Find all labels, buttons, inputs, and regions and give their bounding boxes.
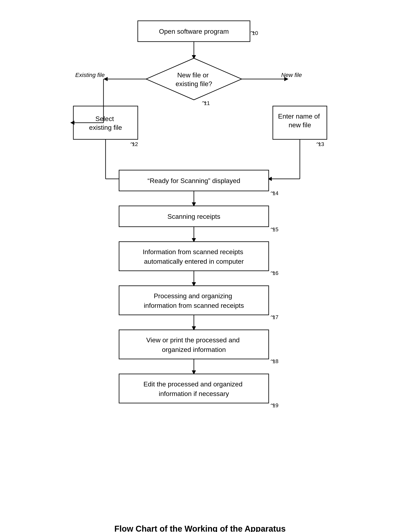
svg-marker-11 — [70, 121, 74, 125]
ref-12: 12 — [132, 141, 138, 147]
label-15: Scanning receipts — [167, 213, 220, 220]
diamond-11 — [146, 58, 242, 100]
chart-caption: Flow Chart of the Working of the Apparat… — [114, 524, 285, 532]
label-14: “Ready for Scanning” displayed — [147, 177, 240, 184]
box-17 — [119, 286, 269, 315]
box-18 — [119, 330, 269, 359]
box-19 — [119, 374, 269, 403]
ref-11: 11 — [204, 100, 210, 106]
flowchart-svg: Open software program 10 New file or exi… — [65, 13, 335, 507]
ref-10: 10 — [252, 30, 258, 36]
label-10: Open software program — [159, 28, 228, 35]
existing-file-label: Existing file — [75, 72, 105, 78]
box-16 — [119, 242, 269, 271]
